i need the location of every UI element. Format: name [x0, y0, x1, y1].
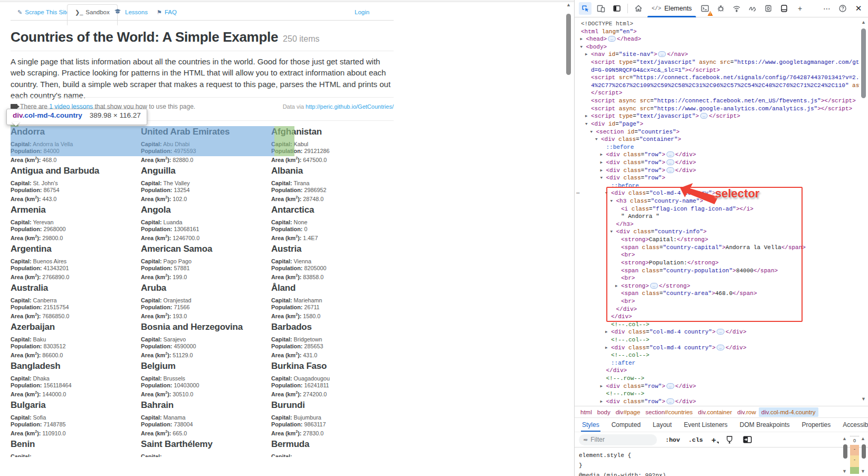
memory-icon[interactable]	[762, 2, 775, 15]
expand-arrow-icon[interactable]: ▶	[585, 51, 588, 59]
dom-tree-line[interactable]: <strong>Capital:</strong>	[575, 236, 860, 244]
help-icon[interactable]	[836, 2, 849, 15]
dom-tree-line[interactable]: " Andorra "	[575, 213, 860, 221]
inline-expand-icon[interactable]: …	[666, 167, 674, 173]
dom-tree-line[interactable]: ▶<strong>…</strong>	[575, 282, 860, 290]
collapse-arrow-icon[interactable]: ▼	[595, 136, 598, 144]
nav-tab-sandbox[interactable]: ❯_Sandbox	[67, 4, 118, 25]
data-source-link[interactable]: http://peric.github.io/GetCountries/	[306, 103, 394, 110]
dom-tree-line[interactable]: ▶<div class="col-md-4 country">…</div>	[575, 328, 860, 336]
scroll-up-icon[interactable]: ▲	[861, 436, 865, 441]
collapse-arrow-icon[interactable]: ▼	[580, 43, 583, 51]
dom-tree-line[interactable]: <!--.col-->	[575, 351, 860, 359]
breadcrumb-item[interactable]: div.container	[695, 407, 735, 417]
inline-expand-icon[interactable]: …	[666, 383, 674, 389]
sidebar-scrollbar[interactable]: ▲ ▼	[860, 436, 867, 474]
dom-tree-line[interactable]: <br>	[575, 251, 860, 259]
console-icon[interactable]	[699, 2, 711, 15]
scroll-up-icon[interactable]: ▲	[842, 436, 847, 441]
collapse-arrow-icon[interactable]: ▼	[611, 197, 613, 205]
home-icon[interactable]	[632, 2, 645, 15]
dom-tree-line[interactable]: ▶<nav id="site-nav">…</nav>	[575, 51, 860, 59]
breadcrumb-item[interactable]: section#countries	[643, 407, 695, 417]
collapse-arrow-icon[interactable]: ▼	[600, 174, 603, 182]
dom-tree-line[interactable]: ::before	[575, 144, 860, 151]
expand-arrow-icon[interactable]: ▶	[600, 151, 603, 159]
expand-arrow-icon[interactable]: ▶	[605, 328, 608, 336]
nav-tab-lessons[interactable]: Lessons	[115, 9, 148, 15]
dom-tree-line[interactable]: d=G-09N5RQCFG4&cx=c&_slc=1"></script>	[575, 66, 860, 74]
expand-arrow-icon[interactable]: ▶	[585, 112, 588, 120]
breadcrumb-item[interactable]: html	[578, 407, 595, 417]
collapse-arrow-icon[interactable]: ▼	[605, 189, 608, 197]
dom-tree-line[interactable]: </div>	[575, 306, 860, 313]
dom-tree-line[interactable]: ▼<body>	[575, 43, 860, 51]
page-scrollbar[interactable]: ▲	[565, 3, 573, 456]
dom-tree-line[interactable]: ▶<div class="row">…</div>	[575, 167, 860, 175]
dom-tree-line[interactable]: ::after	[575, 359, 860, 367]
dom-tree-scrollbar[interactable]: ▲ ▼	[860, 19, 867, 404]
nav-tab-faq[interactable]: ⚑FAQ	[157, 9, 177, 16]
dom-scroll-thumb[interactable]	[861, 28, 866, 98]
dom-tree-line[interactable]: <span class="country-population">84000</…	[575, 267, 860, 275]
expand-arrow-icon[interactable]: ▶	[600, 398, 603, 406]
performance-icon[interactable]	[746, 2, 759, 15]
dom-tree-line[interactable]: </div>	[575, 367, 860, 375]
device-emulation-icon[interactable]	[595, 2, 607, 15]
inline-expand-icon[interactable]: …	[717, 329, 724, 335]
breadcrumb-item[interactable]: body	[595, 407, 613, 417]
collapse-arrow-icon[interactable]: ▼	[590, 128, 593, 136]
dom-tree-line[interactable]: <script async src="https://connect.faceb…	[575, 97, 860, 105]
focus-panel-icon[interactable]	[611, 2, 623, 15]
dom-tree-line[interactable]: <html lang="en">	[575, 28, 860, 36]
dom-tree-line[interactable]: <!--.col-->	[575, 336, 860, 344]
dom-tree-line[interactable]: <script type="text/javascript" async src…	[575, 59, 860, 66]
dom-tree-line[interactable]: <span class="country-area">468.0</span>	[575, 290, 860, 298]
tab-styles[interactable]: Styles	[581, 419, 600, 431]
close-icon[interactable]: ✕	[852, 2, 865, 15]
dom-tree-line[interactable]: ▶<div class="col-md-4 country">…</div>	[575, 344, 860, 352]
dom-tree-line[interactable]: <!DOCTYPE html>	[575, 20, 860, 28]
tab-event-listeners[interactable]: Event Listeners	[683, 419, 729, 431]
inline-expand-icon[interactable]: …	[608, 36, 616, 42]
tab-properties[interactable]: Properties	[801, 419, 832, 431]
inline-expand-icon[interactable]: …	[666, 151, 674, 157]
inspect-icon[interactable]	[579, 2, 592, 15]
element-style-open[interactable]: element.style {	[579, 451, 860, 461]
dom-tree-line[interactable]: ▶<head>…</head>	[575, 35, 860, 43]
rendering-emulation-icon[interactable]	[726, 435, 733, 444]
inline-expand-icon[interactable]: …	[700, 113, 708, 119]
styles-scrollbar[interactable]: ▲ ▼	[842, 436, 848, 474]
styles-filter-input[interactable]: ≂ Filter	[579, 434, 657, 445]
inline-expand-icon[interactable]: …	[666, 159, 674, 165]
dom-tree-line[interactable]: <!--.row-->	[575, 375, 860, 383]
breadcrumb-item[interactable]: div.row	[735, 407, 759, 417]
nav-login-link[interactable]: Login	[355, 9, 369, 15]
debug-icon[interactable]	[714, 2, 727, 15]
dom-tree-line[interactable]: ▶<div class="row">…</div>	[575, 383, 860, 391]
dom-tree-line[interactable]: <!--.row-->	[575, 390, 860, 398]
tab-accessibility[interactable]: Accessibility	[842, 419, 868, 431]
breadcrumb-item[interactable]: div.col-md-4.country	[759, 407, 818, 417]
expand-arrow-icon[interactable]: ▶	[580, 35, 583, 43]
dom-tree-line[interactable]: ▼<div class="row">	[575, 174, 860, 182]
scroll-thumb[interactable]	[862, 444, 866, 459]
expand-arrow-icon[interactable]: ▶	[605, 344, 608, 352]
more-icon[interactable]: ⋯	[821, 2, 833, 15]
scroll-thumb[interactable]	[843, 444, 847, 459]
dom-tree-line[interactable]: <script src="https://connect.facebook.ne…	[575, 74, 860, 82]
scroll-up-icon[interactable]: ▲	[566, 3, 571, 7]
scroll-down-icon[interactable]: ▼	[842, 469, 847, 474]
dom-tree-line[interactable]: ▼<div class="container">	[575, 136, 860, 144]
tab-elements[interactable]: </> Elements	[646, 0, 697, 17]
tab-computed[interactable]: Computed	[611, 419, 642, 431]
add-tools-icon[interactable]: +	[794, 2, 806, 15]
network-icon[interactable]	[730, 2, 743, 15]
dom-tree-line[interactable]: ▼<div id="page">	[575, 120, 860, 128]
collapse-arrow-icon[interactable]: ▼	[585, 120, 588, 128]
inline-expand-icon[interactable]: …	[650, 283, 658, 289]
cls-toggle[interactable]: .cls	[689, 436, 703, 443]
dom-tree-line[interactable]: 4%2C77%2C67%2C109%2C59%2C58%2C31%2C96%2C…	[575, 82, 860, 90]
nav-brand-link[interactable]: ✎Scrape This Site	[17, 9, 69, 16]
dom-tree-line[interactable]: <strong>Population:</strong>	[575, 259, 860, 267]
